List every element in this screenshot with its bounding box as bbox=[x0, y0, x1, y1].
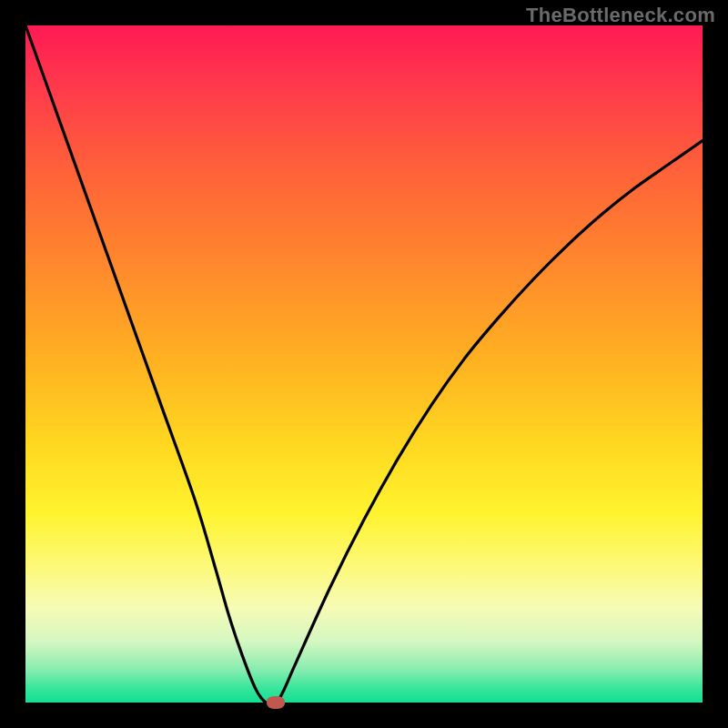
optimal-point-marker bbox=[267, 696, 285, 709]
bottleneck-curve bbox=[25, 25, 703, 703]
chart-frame: TheBottleneck.com bbox=[0, 0, 728, 728]
plot-area bbox=[25, 25, 703, 703]
watermark-text: TheBottleneck.com bbox=[526, 4, 715, 27]
